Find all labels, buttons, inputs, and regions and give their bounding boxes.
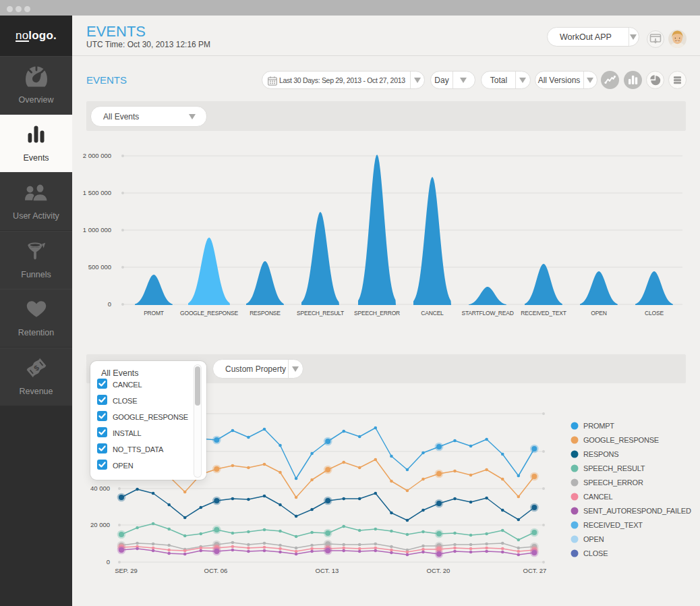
svg-text:OCT. 27: OCT. 27 (523, 567, 547, 574)
svg-text:40 000: 40 000 (90, 485, 110, 492)
svg-text:CANCEL: CANCEL (583, 493, 613, 501)
svg-text:GOOGLE_RESPONSE: GOOGLE_RESPONSE (583, 436, 659, 444)
svg-text:SEP. 29: SEP. 29 (115, 567, 138, 574)
svg-text:OCT. 13: OCT. 13 (316, 567, 339, 574)
svg-text:SENT_AUTORESPOND_FAILED: SENT_AUTORESPOND_FAILED (583, 507, 691, 515)
svg-text:RECEIVED_TEXT: RECEIVED_TEXT (583, 521, 643, 529)
svg-text:0: 0 (107, 558, 110, 566)
svg-text:SPEECH_ERROR: SPEECH_ERROR (583, 478, 643, 487)
svg-text:CLOSE: CLOSE (583, 549, 608, 557)
svg-text:OPEN: OPEN (583, 535, 604, 543)
svg-text:PROMPT: PROMPT (583, 422, 614, 430)
svg-text:SPEECH_RESULT: SPEECH_RESULT (583, 464, 645, 472)
svg-text:OCT. 20: OCT. 20 (427, 567, 450, 574)
svg-text:20 000: 20 000 (90, 521, 110, 528)
svg-text:OCT. 06: OCT. 06 (204, 567, 228, 574)
svg-text:RESPONS: RESPONS (583, 450, 618, 458)
